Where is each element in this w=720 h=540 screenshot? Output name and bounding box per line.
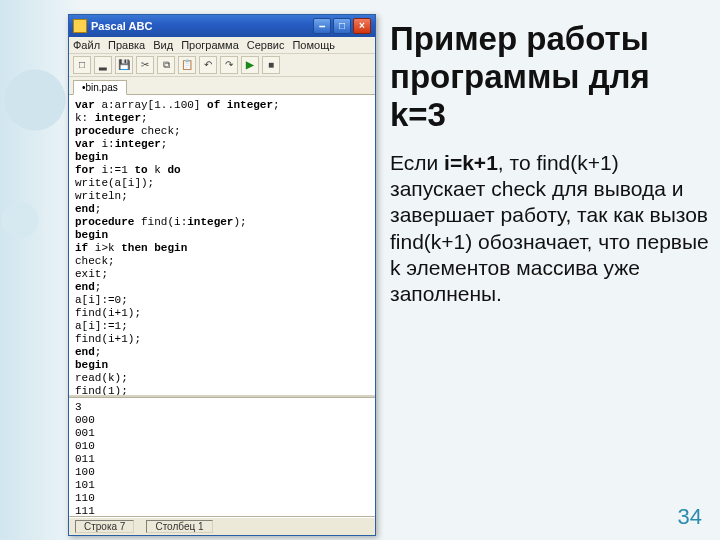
heading-line-1: Пример работы <box>390 20 649 57</box>
menu-item-1[interactable]: Правка <box>108 39 145 51</box>
menu-item-3[interactable]: Программа <box>181 39 239 51</box>
code-line: exit; <box>75 268 369 281</box>
code-line: find(i+1); <box>75 333 369 346</box>
status-line: Строка 7 <box>75 520 134 533</box>
app-icon <box>73 19 87 33</box>
menu-item-0[interactable]: Файл <box>73 39 100 51</box>
tab-file[interactable]: •bin.pas <box>73 80 127 95</box>
code-line: begin <box>75 151 369 164</box>
paste-icon[interactable]: 📋 <box>178 56 196 74</box>
slide-text: Пример работы программы для k=3 Если i=k… <box>390 20 710 307</box>
window-buttons: ‒ □ × <box>313 18 371 34</box>
minimize-button[interactable]: ‒ <box>313 18 331 34</box>
code-editor[interactable]: var a:array[1..100] of integer; k: integ… <box>69 95 375 397</box>
slide-heading: Пример работы программы для k=3 <box>390 20 710 134</box>
pascal-abc-window: Pascal ABC ‒ □ × ФайлПравкаВидПрограммаС… <box>68 14 376 536</box>
toolbar: □▂💾✂⧉📋↶↷▶■ <box>69 54 375 77</box>
status-bar: Строка 7 Столбец 1 <box>69 517 375 535</box>
code-line: var i:integer; <box>75 138 369 151</box>
stop-icon[interactable]: ■ <box>262 56 280 74</box>
slide-paragraph: Если i=k+1, то find(k+1) запускает check… <box>390 150 710 308</box>
heading-line-3: k=3 <box>390 96 446 133</box>
copy-icon[interactable]: ⧉ <box>157 56 175 74</box>
code-line: writeln; <box>75 190 369 203</box>
tab-bar: •bin.pas <box>69 77 375 95</box>
code-line: a[i]:=1; <box>75 320 369 333</box>
close-button[interactable]: × <box>353 18 371 34</box>
open-icon[interactable]: ▂ <box>94 56 112 74</box>
code-line: begin <box>75 229 369 242</box>
code-line: k: integer; <box>75 112 369 125</box>
page-number: 34 <box>678 504 702 530</box>
code-line: write(a[i]); <box>75 177 369 190</box>
status-col: Столбец 1 <box>146 520 212 533</box>
menu-item-5[interactable]: Помощь <box>292 39 335 51</box>
code-line: procedure check; <box>75 125 369 138</box>
code-line: check; <box>75 255 369 268</box>
code-line: if i>k then begin <box>75 242 369 255</box>
code-line: a[i]:=0; <box>75 294 369 307</box>
menubar: ФайлПравкаВидПрограммаСервисПомощь <box>69 37 375 54</box>
new-icon[interactable]: □ <box>73 56 91 74</box>
code-line: procedure find(i:integer); <box>75 216 369 229</box>
code-line: find(1); <box>75 385 369 397</box>
code-line: read(k); <box>75 372 369 385</box>
code-line: find(i+1); <box>75 307 369 320</box>
menu-item-2[interactable]: Вид <box>153 39 173 51</box>
output-panel[interactable]: 3 000 001 010 011 100 101 110 111 <box>69 397 375 517</box>
code-line: end; <box>75 346 369 359</box>
cut-icon[interactable]: ✂ <box>136 56 154 74</box>
code-line: begin <box>75 359 369 372</box>
menu-item-4[interactable]: Сервис <box>247 39 285 51</box>
save-icon[interactable]: 💾 <box>115 56 133 74</box>
run-icon[interactable]: ▶ <box>241 56 259 74</box>
undo-icon[interactable]: ↶ <box>199 56 217 74</box>
code-line: for i:=1 to k do <box>75 164 369 177</box>
para-bold: i=k+1 <box>444 151 498 174</box>
heading-line-2: программы для <box>390 58 650 95</box>
code-line: end; <box>75 281 369 294</box>
code-line: var a:array[1..100] of integer; <box>75 99 369 112</box>
titlebar[interactable]: Pascal ABC ‒ □ × <box>69 15 375 37</box>
para-pre: Если <box>390 151 444 174</box>
code-line: end; <box>75 203 369 216</box>
window-title: Pascal ABC <box>91 20 313 32</box>
redo-icon[interactable]: ↷ <box>220 56 238 74</box>
maximize-button[interactable]: □ <box>333 18 351 34</box>
